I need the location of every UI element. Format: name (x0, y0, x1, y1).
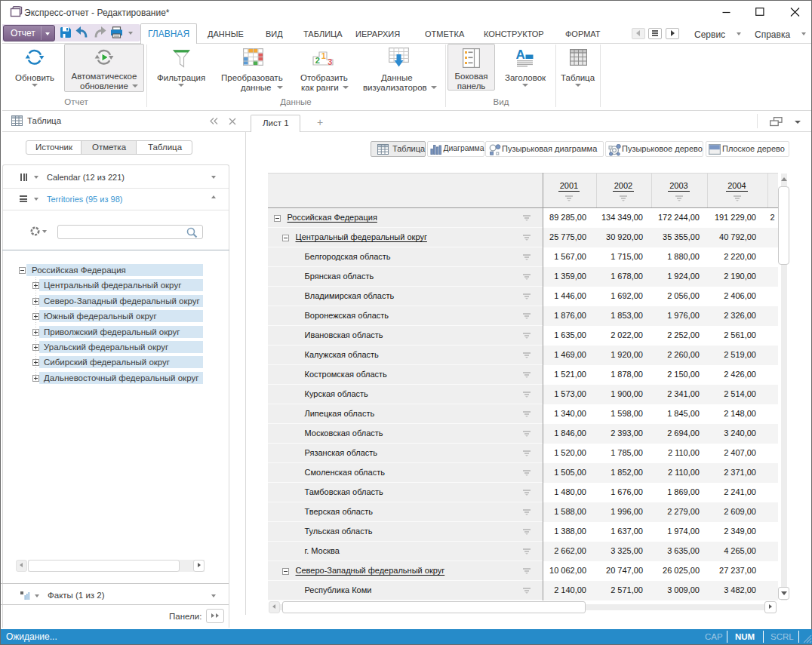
svg-text:1: 1 (321, 51, 326, 60)
svg-text:3: 3 (328, 57, 332, 66)
svg-text:2: 2 (315, 56, 320, 65)
svg-text:A: A (516, 48, 525, 62)
